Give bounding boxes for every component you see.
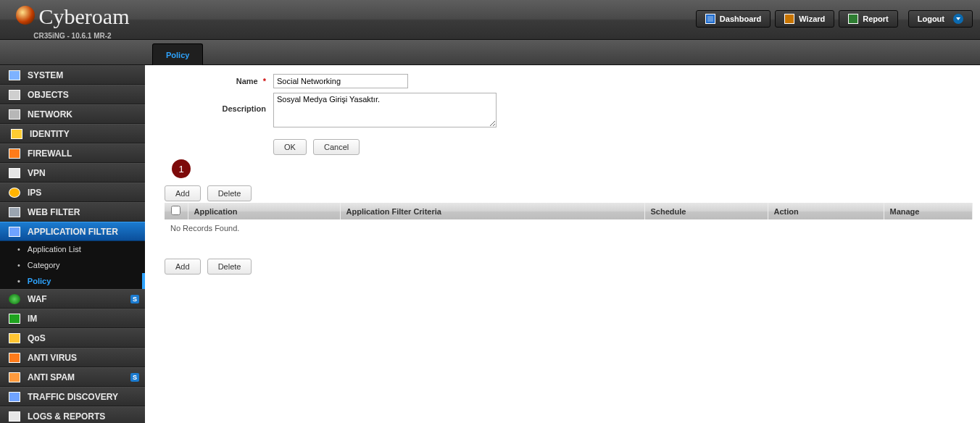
wizard-button[interactable]: Wizard: [775, 10, 834, 28]
report-icon: [848, 14, 858, 24]
logout-label: Logout: [918, 14, 944, 23]
brand-subtitle: CR35iNG - 10.6.1 MR-2: [0, 32, 145, 40]
brand-logo: Cyberoam: [16, 4, 130, 29]
wizard-icon: [784, 14, 794, 24]
swirl-icon: [16, 6, 35, 25]
dashboard-icon: [705, 14, 715, 24]
tab-policy[interactable]: Policy: [152, 43, 203, 65]
report-label: Report: [863, 14, 888, 23]
top-bar: Cyberoam CR35iNG - 10.6.1 MR-2 Dashboard…: [0, 0, 980, 40]
brand-name: Cyberoam: [39, 4, 130, 29]
report-button[interactable]: Report: [839, 10, 897, 28]
logout-button[interactable]: Logout: [908, 10, 973, 28]
brand-block: Cyberoam CR35iNG - 10.6.1 MR-2: [0, 0, 145, 40]
tab-strip: Policy: [0, 40, 980, 65]
chevron-down-icon: [953, 14, 963, 24]
dashboard-label: Dashboard: [720, 14, 761, 23]
dashboard-button[interactable]: Dashboard: [696, 10, 771, 28]
wizard-label: Wizard: [799, 14, 825, 23]
